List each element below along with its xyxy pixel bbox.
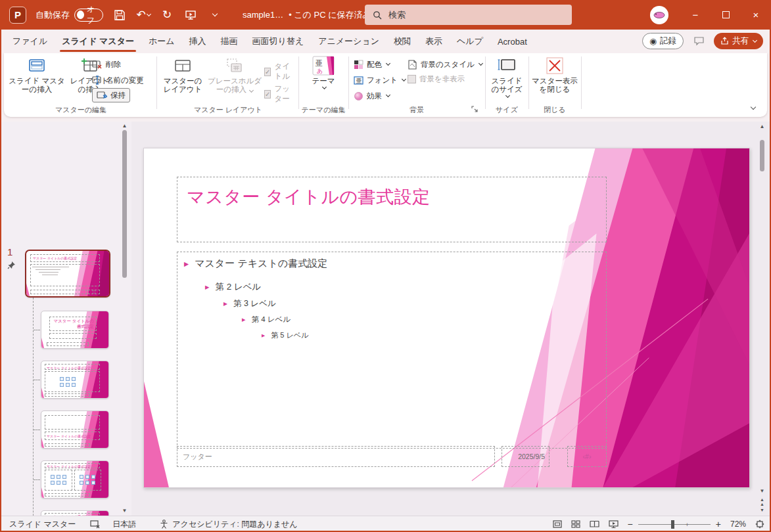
tab-home[interactable]: ホーム <box>141 30 182 53</box>
scroll-up-icon[interactable]: ▲ <box>121 123 128 129</box>
tab-view[interactable]: 表示 <box>418 30 450 53</box>
autosave-switch[interactable]: オフ <box>74 9 103 22</box>
accessibility-status[interactable]: アクセシビリティ: 問題ありません <box>160 519 297 530</box>
redo-button[interactable]: ↻ <box>160 8 174 22</box>
tab-animations[interactable]: アニメーション <box>311 30 386 53</box>
date-placeholder[interactable]: 2025/9/5 <box>502 446 549 467</box>
scroll-down-icon[interactable]: ▼ <box>759 488 766 494</box>
group-label: サイズ <box>488 105 526 115</box>
previous-slide-button[interactable]: ▲▲ <box>759 497 766 506</box>
chevron-down-icon <box>753 37 757 42</box>
display-settings-icon[interactable] <box>90 520 101 529</box>
thumbnail-layout-title-slide[interactable]: マスター タイトルの書式設定 <box>41 311 109 349</box>
delete-button[interactable]: 削除 <box>92 57 121 72</box>
title-placeholder[interactable]: マスター タイトルの書式設定 <box>177 177 607 242</box>
powerpoint-logo-icon[interactable]: P <box>9 7 26 24</box>
insert-placeholder-button: プレースホルダーの挿入 <box>205 56 264 94</box>
scroll-down-icon[interactable]: ▼ <box>121 508 128 514</box>
zoom-level[interactable]: 72% <box>730 520 746 529</box>
tab-acrobat[interactable]: Acrobat <box>490 30 534 53</box>
normal-view-icon[interactable] <box>553 520 562 528</box>
chevron-down-icon <box>505 93 509 98</box>
comments-button[interactable] <box>689 33 708 49</box>
maximize-button[interactable] <box>711 0 741 30</box>
tab-slide-master[interactable]: スライド マスター <box>55 30 141 53</box>
tab-insert[interactable]: 挿入 <box>182 30 214 53</box>
start-slideshow-icon[interactable] <box>183 8 198 22</box>
bullet-icon: ▶ <box>184 260 189 267</box>
themes-button[interactable]: 亜 あ テーマ <box>305 56 342 89</box>
group-label: 閉じる <box>531 105 578 115</box>
save-status[interactable]: • この PC に保存済み <box>289 9 371 21</box>
search-placeholder: 検索 <box>388 9 406 21</box>
share-button[interactable]: 共有 <box>714 33 763 49</box>
file-name[interactable]: sample1… <box>243 10 283 20</box>
tab-file[interactable]: ファイル <box>5 30 55 53</box>
thumbnail-slide-master[interactable]: マスター タイトルの書式設定 <box>25 250 110 298</box>
scroll-up-icon[interactable]: ▲ <box>759 123 766 129</box>
close-master-view-button[interactable]: マスター表示を閉じる <box>531 56 578 94</box>
master-layout-button[interactable]: マスターのレイアウト <box>162 56 204 94</box>
more-commands-chevron[interactable] <box>207 8 222 22</box>
fit-to-window-icon[interactable] <box>755 520 764 529</box>
pin-icon <box>7 261 16 269</box>
checked-checkbox-icon: ✓ <box>264 68 271 76</box>
scrollbar-thumb[interactable] <box>122 130 127 278</box>
accessibility-icon <box>160 520 168 529</box>
title-bar: P 自動保存 オフ ↶ ↻ <box>0 0 771 30</box>
thumbnail-layout-section-header[interactable]: マスター タイトルの書式設定 <box>41 410 109 449</box>
autosave-toggle[interactable]: 自動保存 オフ <box>35 9 103 22</box>
collapse-ribbon-button[interactable] <box>750 100 755 112</box>
next-slide-button[interactable]: ▼ <box>759 508 766 512</box>
record-button[interactable]: ◉ 記録 <box>642 33 684 49</box>
body-placeholder[interactable]: ▶ マスター テキストの書式設定 ▶ 第 2 レベル ▶ 第 3 レベル ▶ 第… <box>177 252 607 449</box>
title-checkbox: ✓ タイトル <box>264 62 297 81</box>
language-status[interactable]: 日本語 <box>112 519 136 530</box>
slide-sorter-icon[interactable] <box>571 520 580 528</box>
slide-number-placeholder[interactable]: ‹#› <box>567 446 607 467</box>
save-icon[interactable] <box>112 8 127 22</box>
insert-slide-master-button[interactable]: スライド マスターの挿入 <box>8 56 66 94</box>
zoom-in-button[interactable]: + <box>716 519 721 529</box>
tab-help[interactable]: ヘルプ <box>450 30 490 53</box>
autosave-state: オフ <box>87 4 101 26</box>
minimize-button[interactable]: − <box>680 0 711 30</box>
zoom-thumb[interactable] <box>671 520 674 529</box>
fonts-button[interactable]: 亜 フォント <box>354 73 406 87</box>
slide-editor-area: マスター タイトルの書式設定 ▶ マスター テキストの書式設定 ▶ 第 2 レベ… <box>131 122 771 516</box>
insert-slide-master-icon <box>28 56 45 75</box>
group-label: マスターの編集 <box>7 105 155 115</box>
footer-placeholder[interactable]: フッター <box>177 446 495 467</box>
zoom-track[interactable]: + <box>638 524 711 525</box>
reading-view-icon[interactable] <box>590 520 599 528</box>
bullet-icon: ▶ <box>205 284 209 290</box>
view-status[interactable]: スライド マスター <box>9 519 76 530</box>
thumbnail-layout-comparison[interactable]: マスター タイトルの書式設定 <box>41 510 109 516</box>
slide-size-button[interactable]: スライドのサイズ <box>488 56 526 97</box>
hide-background-checkbox: 背景を非表示 <box>408 74 465 84</box>
zoom-midpoint-tick: + <box>686 521 689 528</box>
tab-review[interactable]: 校閲 <box>386 30 418 53</box>
close-button[interactable]: × <box>741 0 771 30</box>
user-avatar[interactable] <box>650 6 668 24</box>
search-input[interactable]: 検索 <box>365 5 572 25</box>
thumbnail-layout-two-content[interactable]: マスター タイトルの書式設定 <box>41 460 109 499</box>
editor-scrollbar[interactable]: ▲ ▼ ▲▲ ▼ <box>759 122 766 516</box>
background-styles-button[interactable]: 背景のスタイル <box>408 57 482 72</box>
unchecked-checkbox-icon <box>408 75 416 83</box>
thumbnail-layout-title-content[interactable]: マスター タイトルの書式設定 <box>41 361 109 399</box>
tab-transitions[interactable]: 画面切り替え <box>245 30 312 53</box>
preserve-button[interactable]: 保持 <box>92 88 130 102</box>
undo-button[interactable]: ↶ <box>136 8 151 22</box>
slide-canvas[interactable]: マスター タイトルの書式設定 ▶ マスター テキストの書式設定 ▶ 第 2 レベ… <box>143 148 750 488</box>
scrollbar-thumb[interactable] <box>760 140 764 171</box>
chevron-down-icon <box>402 77 406 81</box>
effects-button[interactable]: 効果 <box>354 89 390 103</box>
zoom-slider[interactable]: − + + <box>628 519 721 529</box>
slideshow-view-icon[interactable] <box>609 520 619 529</box>
tab-draw[interactable]: 描画 <box>214 30 245 53</box>
colors-button[interactable]: 配色 <box>354 57 390 72</box>
zoom-out-button[interactable]: − <box>628 519 633 529</box>
rename-button[interactable]: 名前の変更 <box>92 73 144 87</box>
thumbnail-scrollbar[interactable]: ▲ ▼ <box>121 122 128 516</box>
